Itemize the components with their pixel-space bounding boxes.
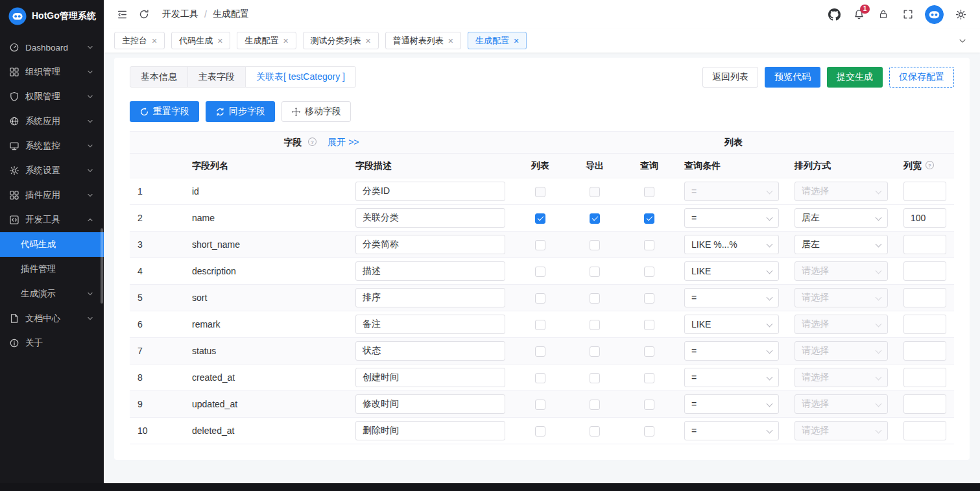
query-checkbox[interactable] [644,293,654,304]
export-checkbox[interactable] [590,320,600,330]
align-select[interactable]: 请选择 [795,315,888,334]
query-condition-select[interactable]: = [684,288,779,307]
column-width-input[interactable] [903,288,946,307]
column-width-input[interactable] [903,341,946,361]
query-condition-select[interactable]: = [684,341,779,361]
align-select[interactable]: 请选择 [795,341,888,361]
sync-fields-button[interactable]: 同步字段 [206,101,275,122]
export-checkbox[interactable] [590,373,600,383]
help-icon[interactable]: ? [925,160,935,170]
column-width-input[interactable] [903,261,946,281]
query-checkbox[interactable] [644,213,654,224]
notifications-button[interactable]: 1 [848,4,869,25]
query-checkbox[interactable] [644,346,654,357]
list-checkbox[interactable] [535,267,545,277]
column-width-input[interactable] [903,182,946,201]
close-icon[interactable]: × [283,36,288,45]
close-icon[interactable]: × [514,36,519,45]
tab-relation-table[interactable]: 关联表[ testCategory ] [245,66,356,88]
sidebar-collapse-button[interactable] [112,4,132,25]
tab-item[interactable]: 生成配置× [237,32,296,49]
align-select[interactable]: 请选择 [795,261,888,281]
close-icon[interactable]: × [217,36,222,45]
github-icon[interactable] [824,4,844,25]
query-checkbox[interactable] [644,400,654,410]
reset-fields-button[interactable]: 重置字段 [130,101,199,122]
field-desc-input[interactable] [355,341,505,361]
tab-basic-info[interactable]: 基本信息 [130,66,188,88]
sidebar-item-monitor[interactable]: 系统监控 [0,134,104,158]
align-select[interactable]: 请选择 [795,394,888,414]
tab-item[interactable]: 主控台× [114,32,165,49]
query-checkbox[interactable] [644,240,654,250]
query-checkbox[interactable] [644,267,654,277]
sidebar-item-apps[interactable]: 系统应用 [0,109,104,134]
tab-item[interactable]: 测试分类列表× [303,32,379,49]
query-checkbox[interactable] [644,426,654,437]
sidebar-item-auth[interactable]: 权限管理 [0,84,104,109]
submit-generate-button[interactable]: 提交生成 [827,67,883,88]
sidebar-scrollbar[interactable] [101,228,103,304]
save-config-only-button[interactable]: 仅保存配置 [889,67,954,88]
export-checkbox[interactable] [590,346,600,357]
sidebar-item-codegen[interactable]: 代码生成 [0,232,104,257]
app-logo[interactable]: HotGo管理系统 [0,0,104,32]
query-condition-select[interactable]: LIKE %...% [684,235,779,254]
export-checkbox[interactable] [590,187,600,197]
list-checkbox[interactable] [535,293,545,304]
query-checkbox[interactable] [644,320,654,330]
align-select[interactable]: 请选择 [795,368,888,387]
align-select[interactable]: 请选择 [795,421,888,440]
query-condition-select[interactable]: LIKE [684,261,779,281]
query-condition-select[interactable]: = [684,394,779,414]
close-icon[interactable]: × [448,36,453,45]
list-checkbox[interactable] [535,346,545,357]
list-checkbox[interactable] [535,400,545,410]
align-select[interactable]: 请选择 [795,288,888,307]
align-select[interactable]: 请选择 [795,182,888,201]
tab-item-active[interactable]: 生成配置× [468,32,527,49]
breadcrumb-section[interactable]: 开发工具 [162,8,198,20]
back-to-list-button[interactable]: 返回列表 [702,67,758,88]
sidebar-item-dashboard[interactable]: Dashboard [0,35,104,60]
field-desc-input[interactable] [355,394,505,414]
sidebar-item-settings[interactable]: 系统设置 [0,158,104,183]
export-checkbox[interactable] [590,426,600,437]
field-desc-input[interactable] [355,421,505,440]
field-desc-input[interactable] [355,368,505,387]
list-checkbox[interactable] [535,187,545,197]
column-width-input[interactable] [903,235,946,254]
query-checkbox[interactable] [644,373,654,383]
column-width-input[interactable] [903,368,946,387]
fullscreen-icon[interactable] [898,4,918,25]
query-condition-select[interactable]: LIKE [684,315,779,334]
close-icon[interactable]: × [152,36,157,45]
column-width-input[interactable] [903,394,946,414]
query-condition-select[interactable]: = [684,421,779,440]
expand-link[interactable]: 展开 >> [328,137,359,147]
sidebar-item-plugin-manage[interactable]: 插件管理 [0,257,104,281]
field-desc-input[interactable] [355,288,505,307]
query-checkbox[interactable] [644,187,654,197]
query-condition-select[interactable]: = [684,368,779,387]
export-checkbox[interactable] [590,240,600,250]
field-desc-input[interactable] [355,235,505,254]
export-checkbox[interactable] [590,400,600,410]
field-desc-input[interactable] [355,315,505,334]
tab-item[interactable]: 普通树表列表× [385,32,461,49]
query-condition-select[interactable]: = [684,182,779,201]
align-select[interactable]: 居左 [795,208,888,228]
list-checkbox[interactable] [535,213,545,224]
field-desc-input[interactable] [355,182,505,201]
move-fields-button[interactable]: 移动字段 [281,101,351,122]
refresh-icon[interactable] [134,4,154,25]
align-select[interactable]: 居左 [795,235,888,254]
lock-icon[interactable] [873,4,894,25]
preview-code-button[interactable]: 预览代码 [765,67,820,88]
column-width-input[interactable] [903,421,946,440]
column-width-input[interactable] [903,315,946,334]
list-checkbox[interactable] [535,320,545,330]
tab-master-fields[interactable]: 主表字段 [187,66,246,88]
help-icon[interactable]: ? [307,137,317,147]
list-checkbox[interactable] [535,240,545,250]
